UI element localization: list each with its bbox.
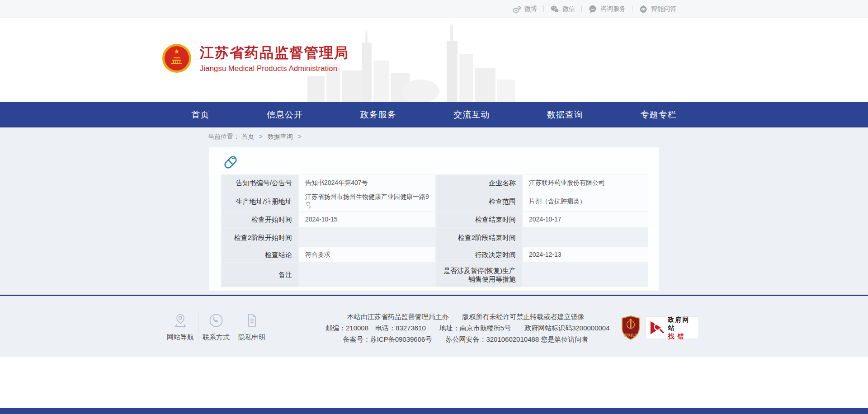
- site-header: 江苏省药品监督管理局 Jiangsu Medical Products Admi…: [0, 19, 868, 102]
- field-value: 江苏省扬州市扬州生物健康产业园健康一路9号: [299, 191, 436, 212]
- nav-item-info-disclosure[interactable]: 信息公开: [267, 109, 303, 121]
- footer-info-text: 本站由江苏省药品监督管理局主办 版权所有未经许可禁止转载或者建立镜像 邮编：21…: [326, 311, 606, 345]
- site-footer: 网站导航 联系方式: [163, 296, 705, 357]
- phone-icon: [208, 312, 224, 329]
- chat-service-icon: [588, 5, 597, 14]
- find-error-icon: [649, 319, 666, 337]
- field-label: 是否涉及暂停(恢复)生产销售使用等措施: [436, 263, 523, 287]
- find-error-line1: 政府网站: [668, 315, 696, 332]
- field-value: [299, 263, 436, 287]
- topbar-item-label: 智能问答: [651, 5, 676, 13]
- field-value: 告知书2024年第407号: [299, 175, 436, 191]
- breadcrumb-link-home[interactable]: 首页: [241, 133, 254, 140]
- breadcrumb: 当前位置： 首页 > 数据查询 >: [208, 133, 305, 141]
- nav-item-special-topics[interactable]: 专题专栏: [641, 109, 677, 121]
- footer-line-host: 本站由江苏省药品监督管理局主办 版权所有未经许可禁止转载或者建立镜像: [326, 311, 606, 322]
- breadcrumb-separator: >: [298, 133, 302, 140]
- table-row: 检查开始时间 2024-10-15 检查结束时间 2024-10-17: [222, 212, 648, 228]
- bottom-navy-bar: [0, 408, 868, 414]
- field-label: 检查开始时间: [222, 212, 299, 228]
- field-label: 行政决定时间: [436, 247, 523, 263]
- footer-link-label: 网站导航: [167, 333, 194, 342]
- field-label: 检查范围: [436, 191, 523, 212]
- footer-link-site-map[interactable]: 网站导航: [163, 312, 198, 342]
- site-logo-link[interactable]: 江苏省药品监督管理局 Jiangsu Medical Products Admi…: [162, 42, 349, 75]
- table-row: 告知书编号/公告号 告知书2024年第407号 企业名称 江苏联环药业股份有限公…: [222, 175, 648, 191]
- field-value: [523, 228, 648, 247]
- topbar-item-qa[interactable]: 智能问答: [632, 5, 683, 14]
- field-value: [523, 263, 648, 287]
- field-value: 江苏联环药业股份有限公司: [523, 175, 648, 191]
- map-pin-icon: [172, 312, 189, 329]
- site-title-block: 江苏省药品监督管理局 Jiangsu Medical Products Admi…: [200, 44, 349, 73]
- field-value: 2024-10-15: [299, 212, 436, 228]
- footer-link-label: 联系方式: [203, 333, 230, 342]
- party-gov-badge[interactable]: 党政机关: [620, 315, 641, 340]
- field-label: 企业名称: [436, 175, 523, 191]
- page-subtitle: Jiangsu Medical Products Administration: [200, 64, 349, 73]
- footer-quick-links: 网站导航 联系方式: [163, 312, 269, 342]
- main-content-area: 当前位置： 首页 > 数据查询 > 告知书编号/公告号 告知书2024年第407…: [0, 127, 868, 357]
- nav-item-data-query[interactable]: 数据查询: [547, 109, 583, 121]
- party-gov-badge-label: 党政机关: [624, 333, 638, 337]
- nav-item-home[interactable]: 首页: [191, 109, 209, 121]
- nav-item-gov-services[interactable]: 政务服务: [360, 109, 396, 121]
- topbar-item-label: 微信: [562, 5, 575, 13]
- inspection-detail-table: 告知书编号/公告号 告知书2024年第407号 企业名称 江苏联环药业股份有限公…: [221, 174, 648, 287]
- capsule-icon: [222, 154, 239, 171]
- main-navigation: 首页 信息公开 政务服务 交流互动 数据查询 专题专栏: [0, 102, 868, 127]
- breadcrumb-separator: >: [259, 133, 263, 140]
- national-emblem-icon: [162, 42, 192, 75]
- gov-site-find-error-badge[interactable]: 政府网站 找错: [646, 316, 699, 339]
- footer-line-contact: 邮编：210008 电话：83273610 地址：南京市鼓楼街5号 政府网站标识…: [326, 322, 606, 334]
- field-label: 检查结论: [222, 247, 299, 263]
- field-value: 片剂（含抗肿瘤类）: [523, 191, 648, 212]
- footer-link-privacy[interactable]: 隐私申明: [234, 312, 269, 342]
- find-error-badge-text: 政府网站 找错: [668, 315, 696, 340]
- find-error-line2: 找错: [668, 332, 696, 340]
- topbar-item-weibo[interactable]: 微博: [506, 5, 543, 14]
- field-label: 备注: [222, 263, 299, 287]
- nav-item-interaction[interactable]: 交流互动: [453, 109, 490, 121]
- footer-link-contact[interactable]: 联系方式: [198, 312, 234, 342]
- topbar-item-label: 咨询服务: [600, 5, 626, 13]
- table-row: 检查2阶段开始时间 检查2阶段结束时间: [222, 228, 648, 247]
- field-value: [299, 228, 436, 247]
- breadcrumb-prefix: 当前位置：: [208, 133, 240, 140]
- footer-line-icp: 备案号：苏ICP备09039606号 苏公网安备：32010602010488 …: [326, 334, 606, 345]
- table-row: 检查结论 符合要求 行政决定时间 2024-12-13: [222, 247, 648, 263]
- field-label: 检查结束时间: [436, 212, 523, 228]
- footer-badges: 党政机关 政府网站 找错: [620, 315, 699, 340]
- field-value: 2024-10-17: [523, 212, 648, 228]
- topbar-item-label: 微博: [524, 5, 537, 13]
- breadcrumb-link-data-query[interactable]: 数据查询: [268, 133, 293, 140]
- wechat-icon: [550, 5, 559, 14]
- inspection-detail-card: 告知书编号/公告号 告知书2024年第407号 企业名称 江苏联环药业股份有限公…: [209, 147, 659, 292]
- robot-icon: [639, 5, 648, 14]
- topbar-item-wechat[interactable]: 微信: [544, 5, 581, 14]
- field-value: 符合要求: [299, 247, 436, 263]
- table-row: 备注 是否涉及暂停(恢复)生产销售使用等措施: [222, 263, 648, 287]
- table-row: 生产地址/注册地址 江苏省扬州市扬州生物健康产业园健康一路9号 检查范围 片剂（…: [222, 191, 648, 212]
- field-label: 检查2阶段结束时间: [436, 228, 523, 247]
- field-label: 生产地址/注册地址: [222, 191, 299, 212]
- weibo-icon: [512, 5, 521, 14]
- field-value: 2024-12-13: [523, 247, 648, 263]
- top-utility-bar: 微博 微信 咨询服务: [0, 0, 868, 18]
- topbar-item-consult[interactable]: 咨询服务: [582, 5, 632, 14]
- footer-link-label: 隐私申明: [238, 333, 265, 342]
- field-label: 检查2阶段开始时间: [222, 228, 299, 247]
- page-title: 江苏省药品监督管理局: [200, 44, 349, 62]
- document-icon: [244, 312, 260, 329]
- field-label: 告知书编号/公告号: [222, 175, 299, 191]
